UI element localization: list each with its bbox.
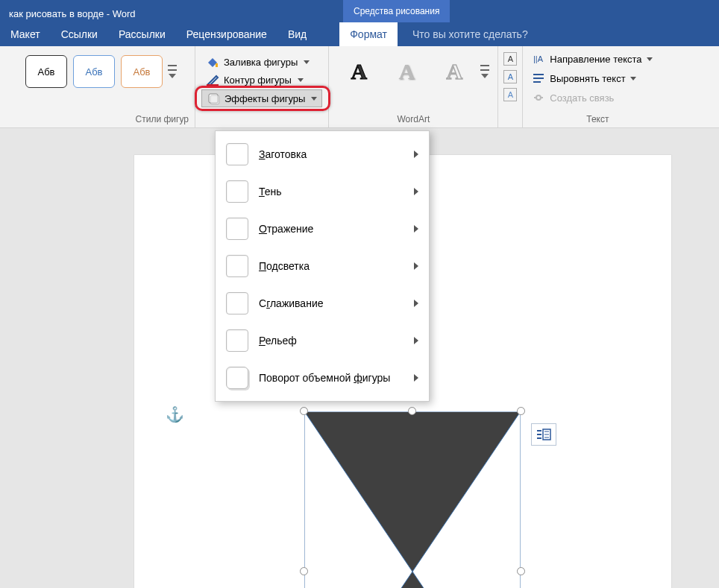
resize-handle[interactable] <box>517 407 525 415</box>
wordart-swatch-1[interactable]: A <box>338 55 380 88</box>
rotation-3d-icon <box>226 367 248 389</box>
tab-tell-me[interactable]: Что вы хотите сделать? <box>398 22 539 46</box>
selection-border <box>304 411 521 588</box>
submenu-arrow-icon <box>414 151 418 158</box>
align-text-label: Выровнять текст <box>550 73 625 84</box>
submenu-arrow-icon <box>414 262 418 270</box>
menu-label: Сглаживание <box>259 297 323 309</box>
contextual-tab-title: Средства рисования <box>343 0 450 22</box>
menu-label: Тень <box>259 186 282 197</box>
menu-item-3d-rotation[interactable]: Поворот объемной фигуры <box>216 359 429 396</box>
submenu-arrow-icon <box>414 337 418 344</box>
menu-label: Подсветка <box>259 260 310 272</box>
svg-rect-7 <box>533 81 541 83</box>
shape-style-swatch-2[interactable]: Абв <box>73 55 115 88</box>
group-shape-format: Заливка фигуры Контур фигуры Эффекты фиг… <box>195 46 329 127</box>
menu-item-preset[interactable]: Заготовка <box>216 136 429 173</box>
tab-view[interactable]: Вид <box>277 22 317 46</box>
submenu-arrow-icon <box>414 225 418 233</box>
group-wordart-format: A A A <box>498 46 523 127</box>
bevel-icon <box>226 329 248 352</box>
dropdown-icon <box>304 60 310 64</box>
menu-item-shadow[interactable]: Тень <box>216 173 429 210</box>
text-direction-label: Направление текста <box>550 54 641 65</box>
effects-icon <box>207 92 220 105</box>
submenu-arrow-icon <box>414 374 418 382</box>
tab-layout[interactable]: Макет <box>0 22 51 46</box>
resize-handle[interactable] <box>300 407 308 415</box>
dropdown-icon <box>630 77 636 80</box>
dropdown-icon <box>647 57 653 61</box>
resize-handle[interactable] <box>408 407 416 415</box>
svg-rect-5 <box>533 74 544 75</box>
tab-review[interactable]: Рецензирование <box>176 22 277 46</box>
soft-edges-icon <box>226 292 248 314</box>
shape-style-swatch-3[interactable]: Абв <box>121 55 163 88</box>
group-label-text: Текст <box>529 113 666 126</box>
shape-effects-label: Эффекты фигуры <box>225 93 305 104</box>
resize-handle[interactable] <box>517 567 525 575</box>
shape-style-swatch-1[interactable]: Абв <box>25 55 67 88</box>
paint-bucket-icon <box>206 55 219 69</box>
shape-style-more-button[interactable] <box>166 51 179 92</box>
shape-fill-label: Заливка фигуры <box>224 57 298 68</box>
svg-rect-11 <box>537 434 541 435</box>
group-shape-styles: Абв Абв Абв Стили фигур <box>16 46 195 127</box>
wordart-swatch-3[interactable]: A <box>433 55 475 88</box>
ribbon: Абв Абв Абв Стили фигур Заливка фигуры <box>0 46 719 128</box>
submenu-arrow-icon <box>414 300 418 307</box>
preset-icon <box>226 143 248 165</box>
link-icon <box>532 91 545 104</box>
group-wordart: A A A WordArt <box>329 46 498 127</box>
svg-rect-0 <box>216 63 218 67</box>
create-link-button: Создать связь <box>529 89 666 106</box>
resize-handle[interactable] <box>300 567 308 575</box>
tab-references[interactable]: Ссылки <box>51 22 108 46</box>
shape-selection[interactable] <box>304 411 521 588</box>
tab-mailings[interactable]: Рассылки <box>108 22 176 46</box>
tell-me-label: Что вы хотите сделать? <box>412 28 528 40</box>
layout-options-button[interactable] <box>531 423 556 446</box>
wordart-more-button[interactable] <box>478 51 492 92</box>
shape-outline-button[interactable]: Контур фигуры <box>201 72 322 88</box>
shape-effects-menu: Заготовка Тень Отражение Подсветка Сглаж… <box>215 130 430 402</box>
menu-label: Заготовка <box>259 148 307 160</box>
text-outline-button[interactable]: A <box>503 70 517 83</box>
shape-effects-button[interactable]: Эффекты фигуры <box>201 89 322 107</box>
svg-rect-6 <box>533 78 544 79</box>
text-effects-button[interactable]: A <box>503 88 517 101</box>
shape-outline-label: Контур фигуры <box>224 75 292 86</box>
tab-spacer <box>317 22 339 46</box>
group-text: ||A Направление текста Выровнять текст С… <box>523 46 672 127</box>
text-direction-icon: ||A <box>532 52 545 66</box>
menu-item-glow[interactable]: Подсветка <box>216 247 429 285</box>
svg-text:||A: ||A <box>533 54 544 63</box>
svg-rect-1 <box>207 84 219 86</box>
group-label-wordart: WordArt <box>335 113 492 126</box>
menu-item-bevel[interactable]: Рельеф <box>216 322 429 359</box>
menu-label: Рельеф <box>259 335 297 347</box>
create-link-label: Создать связь <box>550 92 614 104</box>
text-direction-button[interactable]: ||A Направление текста <box>529 51 666 67</box>
text-fill-button[interactable]: A <box>503 52 517 66</box>
ribbon-tabs: Макет Ссылки Рассылки Рецензирование Вид… <box>0 22 719 46</box>
menu-item-soft-edges[interactable]: Сглаживание <box>216 285 429 322</box>
shadow-icon <box>226 180 248 203</box>
submenu-arrow-icon <box>414 188 418 195</box>
svg-rect-10 <box>537 430 541 431</box>
shape-fill-button[interactable]: Заливка фигуры <box>201 54 322 70</box>
wordart-swatch-2[interactable]: A <box>386 55 427 88</box>
window-title: как рисовать в ворде - Word <box>0 5 145 22</box>
anchor-icon: ⚓ <box>166 405 184 423</box>
reflection-icon <box>226 218 248 240</box>
pen-outline-icon <box>206 73 219 86</box>
dropdown-icon <box>298 78 304 82</box>
svg-rect-3 <box>210 95 219 104</box>
dropdown-icon <box>311 97 317 101</box>
tab-format[interactable]: Формат <box>339 22 398 46</box>
align-text-button[interactable]: Выровнять текст <box>529 70 666 86</box>
align-text-icon <box>532 72 545 85</box>
svg-rect-12 <box>537 437 541 439</box>
menu-item-reflection[interactable]: Отражение <box>216 210 429 247</box>
menu-label: Отражение <box>259 223 313 235</box>
